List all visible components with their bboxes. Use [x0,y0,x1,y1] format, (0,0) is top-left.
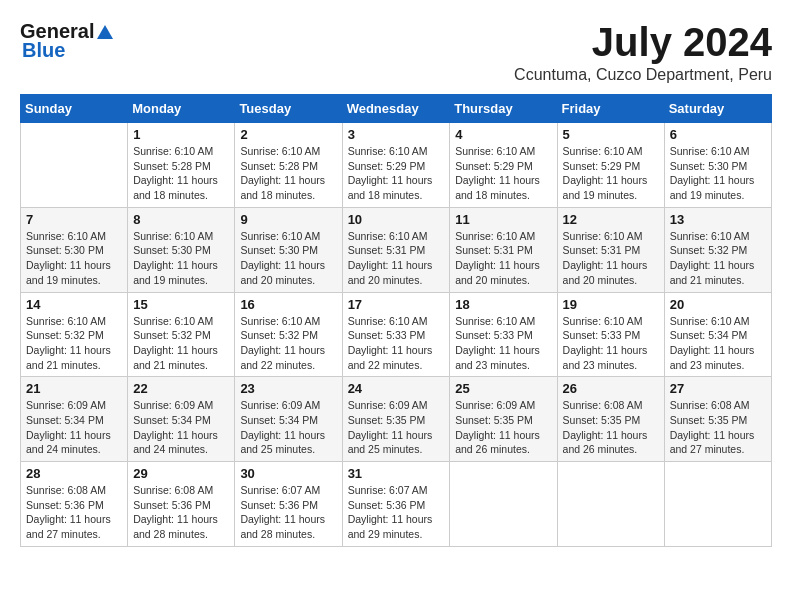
day-info: Sunrise: 6:10 AMSunset: 5:28 PMDaylight:… [240,144,336,203]
day-info: Sunrise: 6:10 AMSunset: 5:34 PMDaylight:… [670,314,766,373]
day-info: Sunrise: 6:10 AMSunset: 5:28 PMDaylight:… [133,144,229,203]
day-info: Sunrise: 6:10 AMSunset: 5:32 PMDaylight:… [26,314,122,373]
day-info: Sunrise: 6:09 AMSunset: 5:34 PMDaylight:… [26,398,122,457]
day-number: 7 [26,212,122,227]
calendar-cell [664,462,771,547]
day-number: 6 [670,127,766,142]
day-info: Sunrise: 6:10 AMSunset: 5:29 PMDaylight:… [348,144,445,203]
calendar-cell: 11Sunrise: 6:10 AMSunset: 5:31 PMDayligh… [450,207,557,292]
location-title: Ccuntuma, Cuzco Department, Peru [514,66,772,84]
day-info: Sunrise: 6:10 AMSunset: 5:31 PMDaylight:… [563,229,659,288]
day-info: Sunrise: 6:10 AMSunset: 5:32 PMDaylight:… [133,314,229,373]
calendar-cell [557,462,664,547]
calendar-cell: 28Sunrise: 6:08 AMSunset: 5:36 PMDayligh… [21,462,128,547]
calendar-cell: 12Sunrise: 6:10 AMSunset: 5:31 PMDayligh… [557,207,664,292]
calendar-cell: 31Sunrise: 6:07 AMSunset: 5:36 PMDayligh… [342,462,450,547]
day-info: Sunrise: 6:10 AMSunset: 5:30 PMDaylight:… [240,229,336,288]
calendar-cell: 5Sunrise: 6:10 AMSunset: 5:29 PMDaylight… [557,123,664,208]
header: General Blue July 2024 Ccuntuma, Cuzco D… [20,20,772,84]
day-number: 20 [670,297,766,312]
day-number: 14 [26,297,122,312]
day-info: Sunrise: 6:10 AMSunset: 5:31 PMDaylight:… [348,229,445,288]
day-info: Sunrise: 6:08 AMSunset: 5:35 PMDaylight:… [563,398,659,457]
day-number: 2 [240,127,336,142]
calendar-cell: 18Sunrise: 6:10 AMSunset: 5:33 PMDayligh… [450,292,557,377]
day-info: Sunrise: 6:09 AMSunset: 5:34 PMDaylight:… [133,398,229,457]
calendar-cell: 8Sunrise: 6:10 AMSunset: 5:30 PMDaylight… [128,207,235,292]
day-info: Sunrise: 6:08 AMSunset: 5:35 PMDaylight:… [670,398,766,457]
day-number: 15 [133,297,229,312]
day-info: Sunrise: 6:10 AMSunset: 5:30 PMDaylight:… [26,229,122,288]
day-number: 19 [563,297,659,312]
day-info: Sunrise: 6:10 AMSunset: 5:30 PMDaylight:… [133,229,229,288]
calendar-cell: 9Sunrise: 6:10 AMSunset: 5:30 PMDaylight… [235,207,342,292]
day-number: 10 [348,212,445,227]
day-info: Sunrise: 6:10 AMSunset: 5:29 PMDaylight:… [563,144,659,203]
day-info: Sunrise: 6:08 AMSunset: 5:36 PMDaylight:… [26,483,122,542]
day-info: Sunrise: 6:10 AMSunset: 5:33 PMDaylight:… [563,314,659,373]
calendar-cell: 21Sunrise: 6:09 AMSunset: 5:34 PMDayligh… [21,377,128,462]
calendar-cell: 2Sunrise: 6:10 AMSunset: 5:28 PMDaylight… [235,123,342,208]
logo-icon [95,23,115,41]
day-number: 30 [240,466,336,481]
calendar-header-row: SundayMondayTuesdayWednesdayThursdayFrid… [21,95,772,123]
calendar-cell: 1Sunrise: 6:10 AMSunset: 5:28 PMDaylight… [128,123,235,208]
day-number: 12 [563,212,659,227]
day-info: Sunrise: 6:10 AMSunset: 5:33 PMDaylight:… [455,314,551,373]
day-info: Sunrise: 6:09 AMSunset: 5:35 PMDaylight:… [348,398,445,457]
calendar-cell: 23Sunrise: 6:09 AMSunset: 5:34 PMDayligh… [235,377,342,462]
day-number: 13 [670,212,766,227]
day-number: 24 [348,381,445,396]
calendar-cell: 20Sunrise: 6:10 AMSunset: 5:34 PMDayligh… [664,292,771,377]
day-number: 3 [348,127,445,142]
day-number: 21 [26,381,122,396]
day-number: 17 [348,297,445,312]
svg-marker-0 [97,25,113,39]
calendar-cell: 10Sunrise: 6:10 AMSunset: 5:31 PMDayligh… [342,207,450,292]
calendar-week-row: 14Sunrise: 6:10 AMSunset: 5:32 PMDayligh… [21,292,772,377]
day-info: Sunrise: 6:10 AMSunset: 5:33 PMDaylight:… [348,314,445,373]
calendar-cell: 17Sunrise: 6:10 AMSunset: 5:33 PMDayligh… [342,292,450,377]
calendar-cell: 29Sunrise: 6:08 AMSunset: 5:36 PMDayligh… [128,462,235,547]
day-info: Sunrise: 6:10 AMSunset: 5:31 PMDaylight:… [455,229,551,288]
day-info: Sunrise: 6:08 AMSunset: 5:36 PMDaylight:… [133,483,229,542]
day-number: 1 [133,127,229,142]
day-info: Sunrise: 6:09 AMSunset: 5:34 PMDaylight:… [240,398,336,457]
title-area: July 2024 Ccuntuma, Cuzco Department, Pe… [514,20,772,84]
day-info: Sunrise: 6:10 AMSunset: 5:29 PMDaylight:… [455,144,551,203]
calendar-cell: 16Sunrise: 6:10 AMSunset: 5:32 PMDayligh… [235,292,342,377]
day-number: 31 [348,466,445,481]
day-number: 26 [563,381,659,396]
calendar-cell: 24Sunrise: 6:09 AMSunset: 5:35 PMDayligh… [342,377,450,462]
calendar-week-row: 28Sunrise: 6:08 AMSunset: 5:36 PMDayligh… [21,462,772,547]
day-number: 25 [455,381,551,396]
calendar: SundayMondayTuesdayWednesdayThursdayFrid… [20,94,772,547]
weekday-header: Tuesday [235,95,342,123]
month-title: July 2024 [514,20,772,64]
day-number: 18 [455,297,551,312]
day-info: Sunrise: 6:07 AMSunset: 5:36 PMDaylight:… [348,483,445,542]
weekday-header: Saturday [664,95,771,123]
calendar-cell: 19Sunrise: 6:10 AMSunset: 5:33 PMDayligh… [557,292,664,377]
day-info: Sunrise: 6:07 AMSunset: 5:36 PMDaylight:… [240,483,336,542]
day-number: 11 [455,212,551,227]
day-number: 22 [133,381,229,396]
day-info: Sunrise: 6:10 AMSunset: 5:32 PMDaylight:… [240,314,336,373]
calendar-cell: 27Sunrise: 6:08 AMSunset: 5:35 PMDayligh… [664,377,771,462]
weekday-header: Sunday [21,95,128,123]
day-number: 5 [563,127,659,142]
day-number: 4 [455,127,551,142]
calendar-cell: 7Sunrise: 6:10 AMSunset: 5:30 PMDaylight… [21,207,128,292]
logo-blue: Blue [22,39,65,62]
calendar-week-row: 21Sunrise: 6:09 AMSunset: 5:34 PMDayligh… [21,377,772,462]
calendar-cell: 14Sunrise: 6:10 AMSunset: 5:32 PMDayligh… [21,292,128,377]
day-number: 28 [26,466,122,481]
calendar-cell: 25Sunrise: 6:09 AMSunset: 5:35 PMDayligh… [450,377,557,462]
weekday-header: Friday [557,95,664,123]
day-number: 23 [240,381,336,396]
calendar-cell: 26Sunrise: 6:08 AMSunset: 5:35 PMDayligh… [557,377,664,462]
day-info: Sunrise: 6:09 AMSunset: 5:35 PMDaylight:… [455,398,551,457]
calendar-cell: 15Sunrise: 6:10 AMSunset: 5:32 PMDayligh… [128,292,235,377]
calendar-cell: 13Sunrise: 6:10 AMSunset: 5:32 PMDayligh… [664,207,771,292]
calendar-cell: 4Sunrise: 6:10 AMSunset: 5:29 PMDaylight… [450,123,557,208]
